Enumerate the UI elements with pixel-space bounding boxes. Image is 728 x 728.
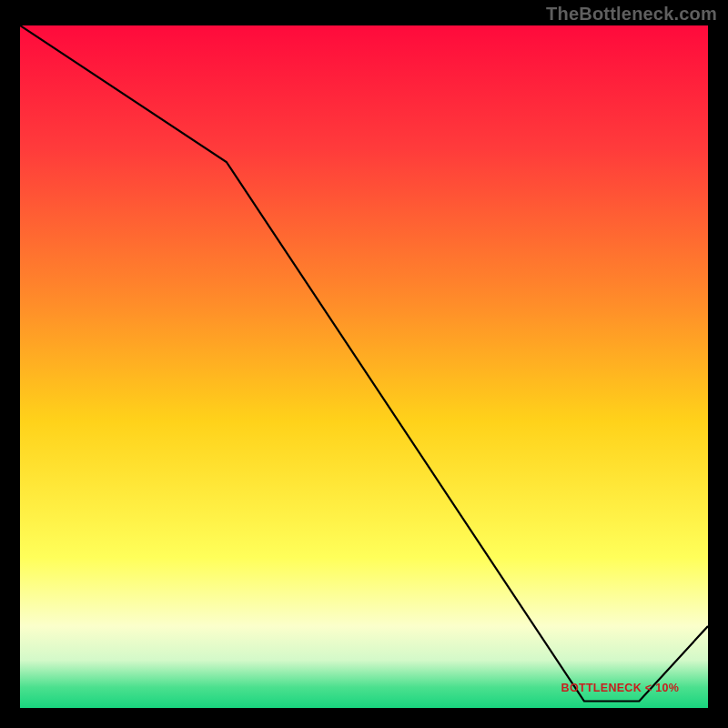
optimal-band-label: BOTTLENECK < 10% [561,682,679,694]
chart-svg: BOTTLENECK < 10% [20,25,708,708]
plot-area: BOTTLENECK < 10% [20,25,708,708]
gradient-background [20,25,708,708]
attribution-text: TheBottleneck.com [546,4,717,25]
chart-frame: TheBottleneck.com BOTTLENECK < 10% [0,0,728,728]
